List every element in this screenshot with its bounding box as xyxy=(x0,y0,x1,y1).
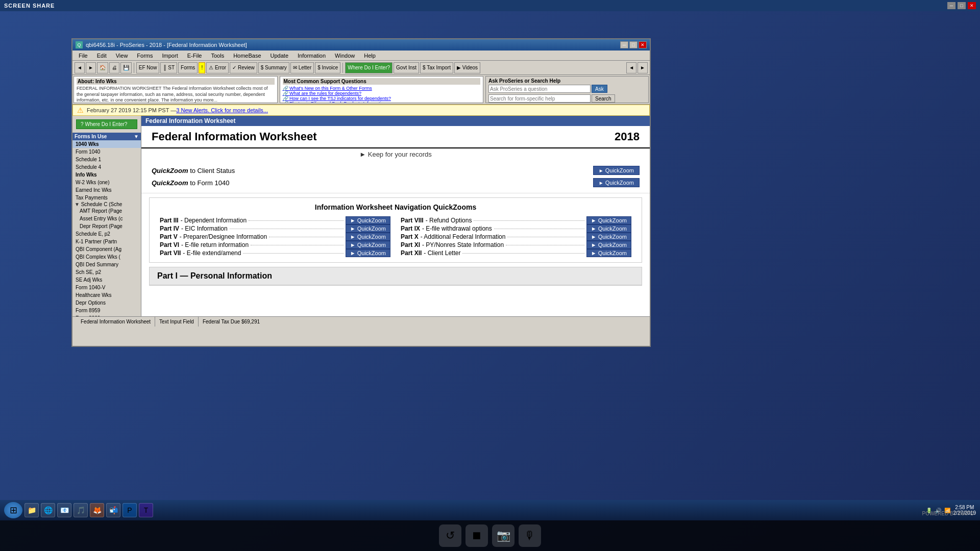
nav-item-part10: Part X - Additional Federal Information … xyxy=(401,233,631,241)
taskbar-proseries[interactable]: P xyxy=(122,503,137,517)
nav-qz-part10[interactable]: ► QuickZoom xyxy=(586,233,631,241)
sidebar-item-deprrep[interactable]: Depr Report (Page xyxy=(72,222,141,230)
ask-input[interactable] xyxy=(488,85,591,93)
toolbar-videos[interactable]: ▶ Videos xyxy=(454,62,480,73)
menu-import[interactable]: Import xyxy=(158,52,182,60)
menu-information[interactable]: Information xyxy=(293,52,330,60)
dock-mic[interactable]: 🎙 xyxy=(519,524,541,547)
taskbar-outlook[interactable]: 📧 xyxy=(57,503,71,517)
nav-qz-part6[interactable]: ► QuickZoom xyxy=(346,241,390,249)
nav-qz-part11[interactable]: ► QuickZoom xyxy=(586,241,631,249)
toolbar-sep-mark[interactable]: ! xyxy=(199,62,205,73)
window-minimize[interactable]: ─ xyxy=(620,41,628,48)
taskbar-teams[interactable]: T xyxy=(139,503,153,517)
support-link-3[interactable]: 🔗 How can I see the TSJ indicators for d… xyxy=(283,96,481,101)
sidebar-item-taxpayments[interactable]: Tax Payments xyxy=(72,194,141,202)
search-input[interactable] xyxy=(488,94,591,103)
menu-efile[interactable]: E-File xyxy=(183,52,206,60)
nav-qz-part9[interactable]: ► QuickZoom xyxy=(586,224,631,233)
sidebar-item-1040v[interactable]: Form 1040-V xyxy=(72,284,141,291)
sidebar-item-schedulee[interactable]: Schedule E, p2 xyxy=(72,230,141,238)
toolbar-ef-now[interactable]: EF Now xyxy=(136,62,160,73)
support-link-4[interactable]: 🔗 Electronic Filing and Bank Products In… xyxy=(283,101,481,103)
sidebar-item-infowks[interactable]: Info Wks xyxy=(72,171,141,179)
taskbar-mail2[interactable]: 📬 xyxy=(106,503,120,517)
toolbar-govt-inst[interactable]: Govt Inst xyxy=(394,62,419,73)
nav-qz-part8[interactable]: ► QuickZoom xyxy=(586,216,631,224)
window-close[interactable]: ✕ xyxy=(639,41,647,48)
toolbar-review[interactable]: ✓ Review xyxy=(230,62,257,73)
sidebar-item-form8960[interactable]: Form 8960 xyxy=(72,314,141,316)
minimize-btn[interactable]: ─ xyxy=(947,2,955,9)
taskbar-ie[interactable]: 🌐 xyxy=(41,503,55,517)
dock-camera[interactable]: 📷 xyxy=(492,524,514,547)
toolbar-back[interactable]: ◄ xyxy=(75,62,85,73)
sidebar-item-assetentry[interactable]: Asset Entry Wks (c xyxy=(72,215,141,222)
toolbar-tax-import[interactable]: $ Tax Import xyxy=(420,62,453,73)
menu-forms[interactable]: Forms xyxy=(133,52,157,60)
start-button[interactable]: ⊞ xyxy=(4,502,22,518)
toolbar-letter[interactable]: ✉ Letter xyxy=(290,62,314,73)
nav-qz-part7[interactable]: ► QuickZoom xyxy=(346,249,390,257)
toolbar-next[interactable]: ► xyxy=(638,62,648,73)
support-link-2[interactable]: 🔗 What are the rules for dependents? xyxy=(283,91,481,96)
menu-help[interactable]: Help xyxy=(360,52,380,60)
sidebar-item-deprop[interactable]: Depr Options xyxy=(72,299,141,307)
sidebar-item-form8959[interactable]: Form 8959 xyxy=(72,307,141,314)
sidebar-item-seadj[interactable]: SE Adj Wks xyxy=(72,276,141,284)
ask-button[interactable]: Ask xyxy=(592,85,607,93)
toolbar-forms[interactable]: Forms xyxy=(178,62,198,73)
qz-btn-client[interactable]: QuickZoom xyxy=(593,166,640,175)
qz-btn-form1040[interactable]: QuickZoom xyxy=(593,178,640,187)
dock-stop[interactable]: ⏹ xyxy=(465,524,488,547)
nav-qz-part3[interactable]: ► QuickZoom xyxy=(346,216,390,224)
toolbar-st[interactable]: ║ ST xyxy=(160,62,177,73)
sidebar-item-qbided[interactable]: QBI Ded Summary xyxy=(72,261,141,268)
taskbar-firefox[interactable]: 🦊 xyxy=(90,503,104,517)
toolbar-save[interactable]: 💾 xyxy=(120,62,132,73)
sidebar-item-qbicmplex[interactable]: QBI Complex Wks ( xyxy=(72,253,141,261)
dock-refresh[interactable]: ↺ xyxy=(439,524,461,547)
sidebar-item-healthcare[interactable]: Healthcare Wks xyxy=(72,291,141,299)
menu-tools[interactable]: Tools xyxy=(207,52,228,60)
taskbar-media[interactable]: 🎵 xyxy=(74,503,88,517)
taskbar-explorer[interactable]: 📁 xyxy=(24,503,39,517)
sidebar-item-schedule1[interactable]: Schedule 1 xyxy=(72,156,141,163)
close-btn[interactable]: ✕ xyxy=(968,2,976,9)
toolbar-invoice[interactable]: $ Invoice xyxy=(315,62,340,73)
menu-update[interactable]: Update xyxy=(266,52,292,60)
sidebar-item-k1[interactable]: K-1 Partner (Partn xyxy=(72,238,141,245)
maximize-btn[interactable]: □ xyxy=(958,2,966,9)
alert-link[interactable]: 3 New Alerts. Click for more details... xyxy=(176,107,268,113)
sidebar-expand-schedulec[interactable]: ▼ Schedule C (Sche xyxy=(72,202,141,207)
sidebar-item-w2wks[interactable]: W-2 Wks (one) xyxy=(72,179,141,186)
menu-view[interactable]: View xyxy=(112,52,132,60)
toolbar-prev[interactable]: ◄ xyxy=(626,62,636,73)
toolbar-forward[interactable]: ► xyxy=(86,62,96,73)
sidebar-item-form1040[interactable]: Form 1040 xyxy=(72,148,141,156)
toolbar-where-enter[interactable]: Where Do I Enter? xyxy=(345,62,393,73)
toolbar-summary[interactable]: $ Summary xyxy=(258,62,289,73)
window-maximize[interactable]: □ xyxy=(629,41,638,48)
nav-qz-part4[interactable]: ► QuickZoom xyxy=(346,224,390,233)
nav-qz-part12[interactable]: ► QuickZoom xyxy=(586,249,631,257)
sidebar-item-1040wks[interactable]: 1040 Wks xyxy=(72,140,141,148)
menu-homebase[interactable]: HomeBase xyxy=(229,52,265,60)
sidebar-item-qbicomp[interactable]: QBI Component (Ag xyxy=(72,245,141,253)
nav-grid: Part III - Dependent Information ► Quick… xyxy=(160,216,631,257)
where-do-i-enter-button[interactable]: ? Where Do I Enter? xyxy=(76,119,137,129)
toolbar-print[interactable]: 🖨 xyxy=(109,62,119,73)
toolbar-error[interactable]: ⚠ Error xyxy=(206,62,229,73)
sidebar-item-earnedinc[interactable]: Earned Inc Wks xyxy=(72,186,141,194)
sidebar-item-schedule4[interactable]: Schedule 4 xyxy=(72,163,141,171)
search-button[interactable]: Search xyxy=(592,94,615,103)
nav-part12-label: Part XII - Client Letter xyxy=(401,249,460,257)
menu-window[interactable]: Window xyxy=(331,52,359,60)
menu-file[interactable]: File xyxy=(75,52,92,60)
sidebar-item-amtreport[interactable]: AMT Report (Page xyxy=(72,207,141,215)
toolbar-home[interactable]: 🏠 xyxy=(97,62,108,73)
nav-qz-part5[interactable]: ► QuickZoom xyxy=(346,233,390,241)
sidebar-item-schse[interactable]: Sch SE, p2 xyxy=(72,268,141,276)
support-link-1[interactable]: 🔗 What's New on this Form & Other Forms xyxy=(283,86,481,91)
menu-edit[interactable]: Edit xyxy=(93,52,111,60)
